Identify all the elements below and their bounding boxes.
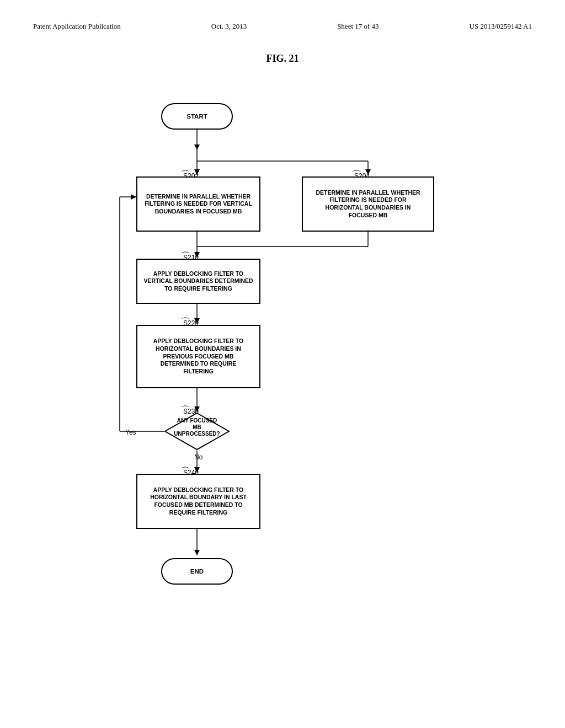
header-patent-number: US 2013/0259142 A1 — [470, 22, 532, 31]
s220-node: APPLY DEBLOCKING FILTER TO HORIZONTAL BO… — [136, 325, 260, 388]
s204-node: DETERMINE IN PARALLEL WHETHER FILTERING … — [302, 176, 434, 232]
s210-node: APPLY DEBLOCKING FILTER TO VERTICAL BOUN… — [136, 259, 260, 304]
figure-title: FIG. 21 — [33, 53, 532, 65]
header-publication-type: Patent Application Publication — [33, 22, 121, 31]
start-label: START — [186, 113, 207, 121]
s230-no-label: No — [194, 453, 202, 461]
header-sheet: Sheet 17 of 43 — [337, 22, 379, 31]
start-node: START — [161, 103, 233, 130]
flowchart: START S202 ⌒ DETERMINE IN PARALLEL WHETH… — [76, 87, 489, 693]
svg-marker-23 — [194, 550, 200, 555]
header-date: Oct. 3, 2013 — [211, 22, 247, 31]
end-label: END — [190, 568, 204, 576]
end-node: END — [161, 558, 233, 585]
svg-marker-21 — [131, 194, 136, 200]
s202-node: DETERMINE IN PARALLEL WHETHER FILTERING … — [136, 176, 260, 232]
s240-node: APPLY DEBLOCKING FILTER TO HORIZONTAL BO… — [136, 474, 260, 529]
s230-diamond: ANY FOCUSED MB UNPROCESSED? — [164, 412, 230, 451]
s230-yes-label: Yes — [125, 429, 136, 436]
page: Patent Application Publication Oct. 3, 2… — [0, 0, 565, 728]
svg-marker-1 — [194, 144, 200, 150]
page-header: Patent Application Publication Oct. 3, 2… — [33, 22, 532, 31]
